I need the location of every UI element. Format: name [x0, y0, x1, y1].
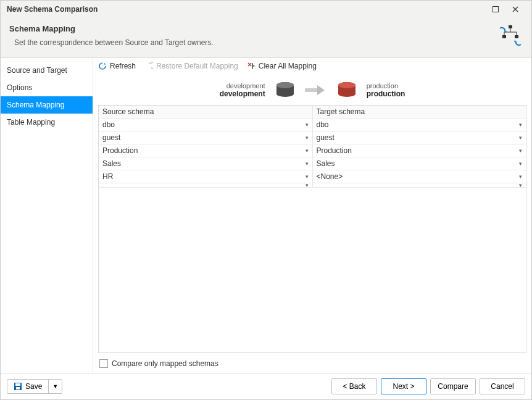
target-schema-cell[interactable]: dbo▾	[313, 119, 526, 131]
db-connection-diagram: development development production produ…	[93, 74, 531, 105]
refresh-button[interactable]: Refresh	[98, 62, 136, 70]
target-schema-header: Target schema	[313, 106, 526, 118]
mapping-row: guest▾guest▾	[99, 131, 526, 144]
source-schema-cell[interactable]: Production▾	[99, 144, 313, 157]
chevron-down-icon: ▼	[52, 383, 58, 390]
target-db-name: production	[367, 90, 405, 98]
svg-rect-5	[252, 63, 253, 69]
source-schema-cell[interactable]: ▾	[99, 183, 313, 187]
dropdown-icon[interactable]: ▾	[305, 148, 309, 154]
mapping-body: dbo▾dbo▾guest▾guest▾Production▾Productio…	[99, 119, 526, 352]
save-dropdown[interactable]: ▼	[48, 380, 62, 393]
refresh-icon	[98, 62, 107, 70]
source-schema-cell[interactable]: guest▾	[99, 131, 313, 144]
mapping-row: Production▾Production▾	[99, 144, 526, 157]
target-schema-cell[interactable]: guest▾	[313, 131, 526, 144]
mapping-row: HR▾<None>▾	[99, 170, 526, 183]
sidebar-item-source-target[interactable]: Source and Target	[1, 62, 93, 79]
source-schema-cell[interactable]: HR▾	[99, 170, 313, 183]
save-button[interactable]: Save	[7, 380, 48, 393]
source-db-top: development	[220, 82, 265, 90]
svg-rect-0	[493, 7, 499, 12]
undo-icon	[144, 62, 153, 70]
mapping-row: ▾▾	[99, 183, 526, 188]
compare-button[interactable]: Compare	[430, 378, 476, 394]
svg-rect-13	[16, 387, 20, 390]
clear-label: Clear All Mapping	[259, 62, 317, 70]
dropdown-icon[interactable]: ▾	[519, 173, 522, 180]
svg-rect-3	[502, 35, 506, 38]
footer: Save ▼ < Back Next > Compare Cancel	[1, 373, 531, 399]
refresh-label: Refresh	[110, 62, 136, 70]
sidebar-item-options[interactable]: Options	[1, 79, 93, 96]
page-header: Schema Mapping Set the correspondence be…	[1, 18, 531, 58]
compare-only-row: Compare only mapped schemas	[93, 353, 531, 373]
restore-default-button: Restore Default Mapping	[144, 62, 238, 70]
mapping-row: Sales▾Sales▾	[99, 157, 526, 170]
close-button[interactable]	[505, 2, 525, 17]
main-area: Source and Target Options Schema Mapping…	[1, 58, 531, 373]
svg-point-10	[338, 82, 355, 88]
clear-icon	[247, 62, 256, 70]
database-source-icon	[274, 81, 296, 99]
dropdown-icon[interactable]: ▾	[305, 182, 309, 188]
dropdown-icon[interactable]: ▾	[519, 160, 522, 167]
target-schema-cell[interactable]: <None>▾	[313, 170, 526, 183]
maximize-button[interactable]	[486, 2, 505, 17]
toolbar: Refresh Restore Default Mapping Clear Al…	[93, 58, 531, 74]
arrow-right-icon	[305, 84, 327, 96]
svg-rect-4	[515, 35, 518, 38]
wizard-sidebar: Source and Target Options Schema Mapping…	[1, 58, 93, 373]
target-db-top: production	[367, 82, 405, 90]
target-schema-cell[interactable]: Sales▾	[313, 157, 526, 170]
dropdown-icon[interactable]: ▾	[519, 148, 522, 154]
svg-point-8	[276, 82, 294, 88]
titlebar: New Schema Comparison	[1, 1, 531, 18]
dropdown-icon[interactable]: ▾	[305, 135, 309, 141]
mapping-header-row: Source schema Target schema	[99, 106, 526, 119]
svg-rect-1	[509, 25, 512, 28]
save-icon	[14, 382, 22, 391]
back-button[interactable]: < Back	[331, 378, 377, 394]
cancel-button[interactable]: Cancel	[480, 378, 525, 394]
window-title: New Schema Comparison	[7, 5, 486, 14]
dropdown-icon[interactable]: ▾	[519, 122, 522, 128]
source-schema-header: Source schema	[99, 106, 313, 118]
target-schema-cell[interactable]: ▾	[313, 183, 526, 187]
compare-only-label: Compare only mapped schemas	[112, 359, 218, 368]
content-pane: Refresh Restore Default Mapping Clear Al…	[93, 58, 531, 373]
dropdown-icon[interactable]: ▾	[519, 135, 522, 141]
svg-rect-12	[15, 383, 20, 386]
dropdown-icon[interactable]: ▾	[305, 160, 309, 167]
schema-mapping-hero-icon	[498, 24, 523, 49]
sidebar-item-schema-mapping[interactable]: Schema Mapping	[1, 96, 93, 114]
mapping-row: dbo▾dbo▾	[99, 119, 526, 131]
dropdown-icon[interactable]: ▾	[305, 122, 309, 128]
page-subtitle: Set the correspondence between Source an…	[14, 38, 498, 47]
save-split-button: Save ▼	[7, 379, 62, 394]
next-button[interactable]: Next >	[381, 378, 426, 394]
save-label: Save	[25, 382, 42, 391]
restore-label: Restore Default Mapping	[156, 62, 238, 70]
source-schema-cell[interactable]: Sales▾	[99, 157, 313, 170]
dropdown-icon[interactable]: ▾	[305, 173, 309, 180]
mapping-table: Source schema Target schema dbo▾dbo▾gues…	[98, 105, 526, 353]
dropdown-icon[interactable]: ▾	[519, 182, 522, 188]
maximize-icon	[493, 6, 499, 12]
compare-only-checkbox[interactable]	[99, 359, 108, 368]
sidebar-item-table-mapping[interactable]: Table Mapping	[1, 114, 93, 131]
svg-rect-6	[252, 65, 254, 67]
svg-rect-2	[510, 28, 511, 31]
close-icon	[512, 6, 518, 12]
page-title: Schema Mapping	[9, 24, 498, 33]
clear-all-button[interactable]: Clear All Mapping	[247, 62, 317, 70]
source-schema-cell[interactable]: dbo▾	[99, 119, 313, 131]
database-target-icon	[336, 81, 358, 99]
target-schema-cell[interactable]: Production▾	[313, 144, 526, 157]
source-db-name: development	[220, 90, 265, 98]
